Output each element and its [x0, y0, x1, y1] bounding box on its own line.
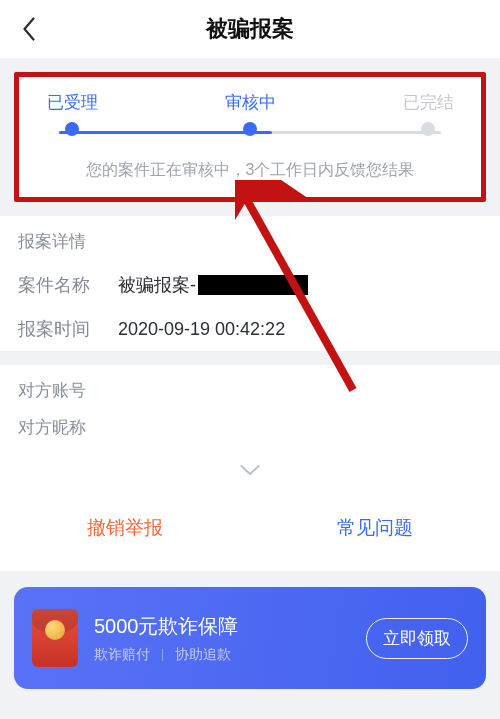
fraud-protection-banner[interactable]: 5000元欺诈保障 欺诈赔付 协助追款 立即领取	[14, 587, 486, 689]
step-accepted: 已受理	[37, 91, 107, 136]
promo-sub1: 欺诈赔付	[94, 646, 150, 662]
status-message: 您的案件正在审核中，3个工作日内反馈您结果	[37, 160, 463, 181]
expand-button[interactable]	[18, 449, 482, 499]
step-dot-icon	[65, 122, 79, 136]
step-dot-icon	[243, 122, 257, 136]
step-finished: 已完结	[393, 91, 463, 136]
separator-icon	[162, 649, 163, 661]
page-title: 被骗报案	[206, 14, 294, 44]
coin-icon	[45, 620, 65, 640]
chevron-down-icon	[239, 463, 261, 477]
cancel-report-button[interactable]: 撤销举报	[0, 507, 250, 549]
chevron-left-icon	[20, 15, 38, 43]
row-opponent-nickname: 对方昵称	[18, 412, 482, 449]
step-dot-icon	[421, 122, 435, 136]
row-case-name: 案件名称 被骗报案-	[18, 263, 482, 307]
progress-card: 已受理 审核中 已完结 您的案件正在审核中，3个工作日内反馈您结果	[14, 72, 486, 202]
row-value: 2020-09-19 00:42:22	[118, 319, 285, 340]
promo-subtitle: 欺诈赔付 协助追款	[94, 646, 366, 664]
promo-sub2: 协助追款	[175, 646, 231, 662]
row-value: 被骗报案-	[118, 273, 308, 297]
row-report-time: 报案时间 2020-09-19 00:42:22	[18, 307, 482, 351]
redacted-block-icon	[198, 275, 308, 295]
progress-steps: 已受理 审核中 已完结	[37, 91, 463, 136]
step-label: 已受理	[37, 91, 107, 114]
case-name-text: 被骗报案-	[118, 273, 196, 297]
section-title: 报案详情	[18, 216, 482, 263]
row-label: 报案时间	[18, 317, 118, 341]
row-opponent-account: 对方账号	[18, 365, 482, 412]
step-label: 已完结	[393, 91, 463, 114]
faq-button[interactable]: 常见问题	[250, 507, 500, 549]
back-button[interactable]	[14, 14, 44, 44]
step-label: 审核中	[215, 91, 285, 114]
row-label: 案件名称	[18, 273, 118, 297]
claim-button[interactable]: 立即领取	[366, 618, 468, 659]
report-detail-section: 报案详情 案件名称 被骗报案- 报案时间 2020-09-19 00:42:22	[0, 216, 500, 351]
red-envelope-icon	[32, 609, 78, 667]
header: 被骗报案	[0, 0, 500, 58]
promo-title: 5000元欺诈保障	[94, 613, 366, 640]
action-bar: 撤销举报 常见问题	[0, 499, 500, 571]
opponent-section: 对方账号 对方昵称	[0, 365, 500, 499]
step-reviewing: 审核中	[215, 91, 285, 136]
promo-text: 5000元欺诈保障 欺诈赔付 协助追款	[94, 613, 366, 664]
